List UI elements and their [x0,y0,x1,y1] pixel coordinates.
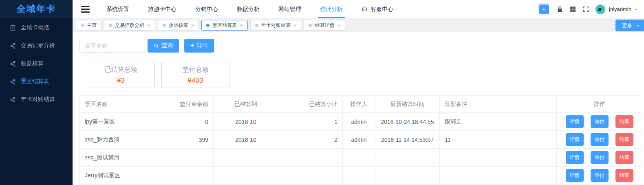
tab-label: 交易记录分析 [115,22,144,29]
share-icon [10,43,16,49]
scenic-name-search-input[interactable] [79,39,145,53]
sidebar-item-transaction-analysis[interactable]: 交易记录分析 [0,37,73,55]
cell-advance-balance: 399 [149,131,214,149]
cell-scenic-name: zsq_测试禁用 [80,149,149,167]
sidebar: 全域年卡 全域卡概括 交易记录分析 收益核算 景区结算表 年卡对账结算 [0,0,73,185]
sidebar-logo-area[interactable]: 全域年卡 [0,0,73,18]
tab-transaction-analysis[interactable]: 交易记录分析 × [104,20,155,31]
cell-actions: 详情 垫付 结算 [557,167,642,185]
cell-last-note: 11 [440,131,557,149]
sidebar-item-label: 景区结算表 [21,78,49,85]
col-header-scenic-name: 景区名称 [80,96,149,113]
cell-last-settle-time: 2018-11-14 14:53:07 [375,131,440,149]
tab-home[interactable]: 主页 [76,20,101,31]
share-icon [10,97,16,103]
export-button[interactable]: + 导出 [184,39,214,53]
detail-button[interactable]: 详情 [566,133,584,146]
cell-actions: 详情 垫付 结算 [557,113,642,131]
table-row: Jerry测试景区 详情 垫付 结算 [80,167,642,185]
cell-settled-to [214,149,278,167]
card-label: 垫付总额 [183,66,209,74]
close-icon[interactable]: × [337,23,340,28]
advance-button[interactable]: 垫付 [591,133,609,146]
settle-button[interactable]: 结算 [615,115,633,128]
top-nav-items: 系统设置 旅游卡中心 分销中心 数据分析 网站管理 统计分析 客服中心 [97,0,403,18]
cell-scenic-name: zsq_魅力西溪 [80,131,149,149]
hamburger-icon[interactable] [81,6,90,13]
cell-last-settle-time: 2018-10-24 18:44:55 [375,113,440,131]
nav-item-website-management[interactable]: 网站管理 [269,0,311,18]
detail-button[interactable]: 详情 [566,169,584,182]
list-icon [10,25,16,31]
user-menu-caret-icon[interactable] [634,7,638,11]
cell-operator [343,149,375,167]
nav-item-label: 客服中心 [371,6,393,13]
fullscreen-icon[interactable] [582,6,589,13]
settled-total-card: 已结算总额 ¥3 [87,62,155,88]
close-icon[interactable]: × [293,23,297,28]
col-header-last-settle-time: 最新结算时间 [375,96,440,113]
grid-icon[interactable] [569,6,576,13]
tab-settlement-detail[interactable]: 结算详情 × [304,20,345,31]
sidebar-item-card-overview[interactable]: 全域卡概括 [0,19,73,37]
table-row: lpy第一景区 0 2018-10 1 admin 2018-10-24 18:… [80,113,642,131]
settle-button[interactable]: 结算 [615,169,633,182]
theme-dropdown-button[interactable] [538,3,550,15]
tab-dot [206,24,210,27]
nav-item-data-analysis[interactable]: 数据分析 [227,0,269,18]
settle-button[interactable]: 结算 [615,133,633,146]
nav-item-system-settings[interactable]: 系统设置 [97,0,139,18]
query-button[interactable]: 查询 [148,39,179,53]
table-row: zsq_魅力西溪 399 2018-10 2 admin 2018-11-14 … [80,131,642,149]
sidebar-item-label: 年卡对账结算 [21,96,55,103]
detail-button[interactable]: 详情 [566,115,584,128]
cell-last-settle-time [375,149,440,167]
lock-icon[interactable] [556,6,563,13]
avatar[interactable] [595,4,605,14]
export-button-label: 导出 [196,42,208,49]
tab-dot [255,24,258,27]
settlement-table-wrap: 景区名称 垫付金余额 已结算到 已结算小计 操作人 最新结算时间 最新备注 操作 [79,95,638,185]
tab-scenic-settlement[interactable]: 景区结算表 × [201,20,248,31]
table-row: zsq_测试禁用 详情 垫付 结算 [80,149,642,167]
col-header-actions: 操作 [557,96,642,113]
close-icon[interactable]: × [191,23,194,28]
share-icon [10,61,16,67]
close-icon[interactable]: × [240,23,243,28]
tab-annual-card-reconciliation[interactable]: 年卡对账结算 × [250,20,302,31]
tab-dot [163,24,166,27]
tab-label: 结算详情 [315,22,334,29]
tab-label: 主页 [87,22,97,29]
advance-button[interactable]: 垫付 [591,151,609,164]
navbar-right-tools: jnlyadmin [538,3,644,15]
advance-button[interactable]: 垫付 [591,169,609,182]
col-header-settled-to: 已结算到 [214,96,278,113]
cell-operator: admin [343,131,375,149]
tab-label: 年卡对账结算 [261,22,291,29]
chevron-down-icon [636,24,640,28]
username[interactable]: jnlyadmin [609,6,631,12]
tab-dot [309,24,312,27]
sidebar-item-scenic-settlement[interactable]: 景区结算表 [0,73,73,90]
advance-button[interactable]: 垫付 [591,115,609,128]
tabs-more-button[interactable]: 更多 [615,20,644,31]
nav-item-travel-card-center[interactable]: 旅游卡中心 [139,0,186,18]
detail-button[interactable]: 详情 [566,151,584,164]
search-icon [154,43,159,48]
nav-item-statistics-analysis[interactable]: 统计分析 [311,0,352,18]
tab-revenue-audit[interactable]: 收益核算 × [158,20,199,31]
settle-button[interactable]: 结算 [615,151,633,164]
sidebar-item-label: 全域卡概括 [21,24,49,31]
cell-settled-subtotal: 2 [278,131,343,149]
cell-advance-balance [149,149,214,167]
cell-scenic-name: lpy第一景区 [80,113,149,131]
tab-strip: 主页 交易记录分析 × 收益核算 × 景区结算表 × 年卡对账结算 × [73,18,644,32]
nav-item-distribution-center[interactable]: 分销中心 [186,0,227,18]
sidebar-item-annual-card-reconciliation[interactable]: 年卡对账结算 [0,90,73,108]
nav-item-label: 分销中心 [195,6,218,13]
sidebar-item-revenue-audit[interactable]: 收益核算 [0,55,73,73]
close-icon[interactable]: × [147,23,150,28]
tab-label: 收益核算 [169,22,188,29]
nav-item-customer-service[interactable]: 客服中心 [352,0,403,18]
query-button-label: 查询 [161,42,173,49]
